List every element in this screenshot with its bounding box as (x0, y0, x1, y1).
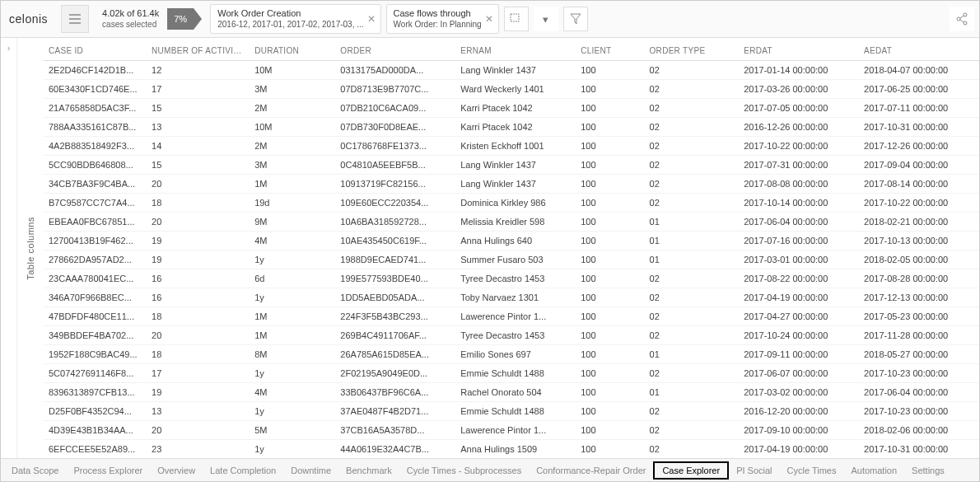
filter-detail: Work Order: In Planning (394, 20, 482, 30)
close-icon[interactable]: ✕ (367, 13, 376, 25)
sheet-tab[interactable]: Case Explorer (653, 461, 729, 480)
filter-tool-button[interactable] (563, 7, 588, 31)
sheet-tab[interactable]: Late Completion (203, 463, 283, 478)
table-row[interactable]: 788AA335161C87B...1310M07DB730F0D8EAE...… (44, 118, 979, 137)
column-header[interactable]: ORDER (335, 38, 455, 61)
table-row[interactable]: 5CC90BDB646808...153M0C4810A5EEBF5B...La… (44, 156, 979, 175)
table-cell: Summer Fusaro 503 (455, 250, 576, 269)
table-cell: 01 (645, 232, 740, 250)
sheet-tab[interactable]: Data Scope (4, 463, 66, 478)
sheet-tab[interactable]: Conformance-Repair Order (529, 463, 653, 478)
table-cell: 2017-04-27 00:00:00 (739, 307, 859, 326)
table-row[interactable]: 4D39E43B1B34AA...205M37CB16A5A3578D...La… (44, 421, 979, 440)
share-icon[interactable] (950, 7, 974, 31)
sheet-tab[interactable]: Cycle Times - Subprocesses (399, 463, 529, 478)
table-row[interactable]: 12700413B19F462...194M10AE435450C619F...… (44, 232, 979, 250)
column-header[interactable]: CASE ID (44, 38, 147, 61)
table-cell: 2017-09-10 00:00:00 (739, 421, 859, 440)
table-cell: 34CB7BA3F9C4BA... (44, 175, 147, 194)
column-header[interactable]: DURATION (250, 38, 335, 61)
close-icon[interactable]: ✕ (485, 13, 493, 25)
table-cell: 4M (250, 232, 335, 250)
table-cell: 2017-10-24 00:00:00 (739, 326, 859, 345)
column-header[interactable]: ERNAM (455, 38, 576, 61)
table-cell: 100 (576, 80, 644, 99)
table-cell: 100 (576, 194, 644, 213)
table-cell: 2017-01-14 00:00:00 (739, 61, 859, 80)
table-cell: 18 (147, 194, 250, 213)
table-cell: 19 (147, 383, 250, 402)
table-cell: 100 (576, 345, 644, 364)
table-cell: 3M (250, 80, 335, 99)
table-row[interactable]: 34CB7BA3F9C4BA...201M10913719FC82156...L… (44, 175, 979, 194)
table-cell: 2017-09-04 00:00:00 (859, 156, 979, 175)
table-cell: 2016-12-20 00:00:00 (739, 402, 859, 421)
table-cell: 33B06437BF96C6A... (335, 383, 455, 402)
filter-pill-work-order-creation[interactable]: Work Order Creation 2016-12, 2017-01, 20… (210, 4, 380, 33)
table-cell: 15 (147, 99, 250, 118)
sheet-tab[interactable]: PI Social (729, 463, 779, 478)
table-cell: 2017-10-22 00:00:00 (739, 137, 859, 156)
column-header[interactable]: NUMBER OF ACTIVITI... (147, 38, 250, 61)
sheet-tab[interactable]: Process Explorer (66, 463, 150, 478)
sheet-tab[interactable]: Cycle Times (780, 463, 844, 478)
table-row[interactable]: 278662DA957AD2...191y1988D9ECAED741...Su… (44, 250, 979, 269)
table-cell: 2017-10-13 00:00:00 (859, 232, 979, 250)
table-row[interactable]: 60E3430F1CD746E...173M07D8713E9B7707C...… (44, 80, 979, 99)
svg-line-8 (960, 20, 964, 22)
table-row[interactable]: 346A70F966B8EC...161y1DD5AEBD05ADA...Tob… (44, 288, 979, 307)
table-cell: Ward Weckerly 1401 (455, 80, 576, 99)
table-cell: 8M (250, 345, 335, 364)
table-cell: 19 (147, 232, 250, 250)
table-row[interactable]: 47BDFDF480CE11...181M224F3F5B43BC293...L… (44, 307, 979, 326)
dropdown-caret-icon[interactable]: ▾ (534, 7, 558, 31)
filter-pill-case-flows[interactable]: Case flows through Work Order: In Planni… (386, 4, 499, 33)
column-header[interactable]: ORDER TYPE (645, 38, 740, 61)
table-row[interactable]: B7C9587CC7C7A4...1819d109E60ECC220354...… (44, 194, 979, 213)
table-cell: Melissia Kreidler 598 (455, 213, 576, 232)
table-cell: 2017-07-31 00:00:00 (739, 156, 859, 175)
table-cell: 2017-07-11 00:00:00 (859, 99, 979, 118)
table-cell: 349BBDEF4BA702... (44, 326, 147, 345)
table-row[interactable]: 4A2B883518492F3...142M0C1786768FE1373...… (44, 137, 979, 156)
table-row[interactable]: EBEAA0FBC67851...209M10A6BA318592728...M… (44, 213, 979, 232)
column-header[interactable]: ERDAT (739, 38, 859, 61)
sheet-tab[interactable]: Automation (843, 463, 904, 478)
sheet-tab[interactable]: Downtime (283, 463, 338, 478)
table-cell: 02 (645, 80, 740, 99)
table-cell: 2018-02-06 00:00:00 (859, 421, 979, 440)
table-row[interactable]: 5C07427691146F8...171y2F02195A9049E0D...… (44, 364, 979, 383)
table-cell: 2017-10-23 00:00:00 (859, 402, 979, 421)
table-cell: 2017-04-19 00:00:00 (739, 440, 859, 459)
table-cell: 6EFCCEE5E52A89... (44, 440, 147, 459)
sheet-tab[interactable]: Overview (150, 463, 203, 478)
table-cell: 02 (645, 326, 740, 345)
table-cell: 100 (576, 383, 644, 402)
table-columns-label[interactable]: Table columns (17, 38, 44, 458)
column-header[interactable]: AEDAT (859, 38, 979, 61)
table-cell: 9M (250, 213, 335, 232)
svg-point-5 (957, 17, 960, 21)
menu-button[interactable] (61, 5, 89, 33)
table-row[interactable]: 349BBDEF4BA702...201M269B4C4911706AF...T… (44, 326, 979, 345)
table-row[interactable]: 2E2D46CF142D1B...1210M0313175AD000DA...L… (44, 61, 979, 80)
table-row[interactable]: 23CAAA780041EC...166d199E577593BDE40...T… (44, 269, 979, 288)
sheet-tab[interactable]: Benchmark (338, 463, 399, 478)
table-row[interactable]: 8396313897CFB13...194M33B06437BF96C6A...… (44, 383, 979, 402)
table-cell: 20 (147, 421, 250, 440)
expand-left-panel[interactable]: › (1, 38, 17, 458)
sheet-tab[interactable]: Settings (904, 463, 952, 478)
table-cell: 2017-06-04 00:00:00 (859, 383, 979, 402)
table-row[interactable]: 6EFCCEE5E52A89...231y44A0619E32A4C7B...A… (44, 440, 979, 459)
table-row[interactable]: D25F0BF4352C94...131y37AE0487F4B2D71...E… (44, 402, 979, 421)
table-cell: 01 (645, 383, 740, 402)
table-cell: 01 (645, 250, 740, 269)
table-row[interactable]: 1952F188C9BAC49...188M26A785A615D85EA...… (44, 345, 979, 364)
table-cell: 37AE0487F4B2D71... (335, 402, 455, 421)
table-row[interactable]: 21A765858D5AC3F...152M07DB210C6ACA09...K… (44, 99, 979, 118)
table-cell: Karri Ptacek 1042 (455, 118, 576, 137)
table-cell: 02 (645, 194, 740, 213)
selection-tool-button[interactable] (504, 7, 529, 31)
table-cell: 2017-12-13 00:00:00 (859, 288, 979, 307)
column-header[interactable]: CLIENT (576, 38, 644, 61)
